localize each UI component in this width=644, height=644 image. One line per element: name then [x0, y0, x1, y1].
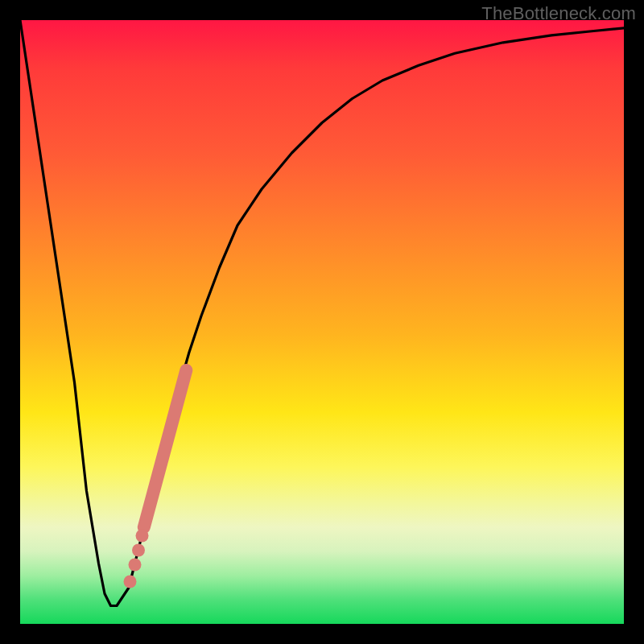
highlight-dot: [132, 544, 145, 557]
bottleneck-curve: [20, 20, 624, 606]
curve-svg: [20, 20, 624, 624]
highlight-segment: [144, 370, 187, 527]
highlight-dots: [124, 530, 149, 588]
plot-area: [20, 20, 624, 624]
highlight-dot: [136, 530, 149, 543]
highlight-dot: [124, 576, 137, 588]
highlight-dot: [129, 559, 142, 572]
chart-frame: TheBottleneck.com: [0, 0, 644, 644]
